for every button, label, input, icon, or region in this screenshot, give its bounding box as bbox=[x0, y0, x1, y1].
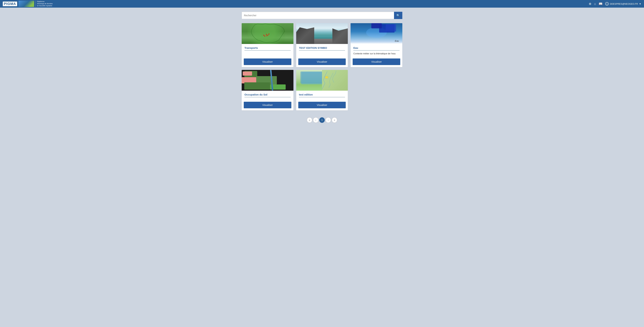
user-email: DDESPRES@NEOGEO.FR bbox=[610, 2, 638, 5]
main-header: PIGMA Plateforme d'échange de données en… bbox=[0, 0, 644, 7]
card-occupation-du-sol-image bbox=[242, 70, 294, 91]
map-marker-rect bbox=[325, 76, 328, 78]
dropdown-icon: ▼ bbox=[639, 2, 641, 5]
visualiser-test-edition-button[interactable]: Visualiser bbox=[298, 102, 346, 108]
occupation-map bbox=[242, 70, 294, 91]
user-avatar-icon: ● bbox=[605, 2, 609, 5]
pagination-current-page[interactable]: 1 bbox=[319, 117, 325, 123]
card-test-edition-body: test edition bbox=[296, 91, 348, 100]
search-bar: 🔍 bbox=[242, 12, 402, 19]
card-transports-image bbox=[242, 23, 294, 44]
main-content: 🔍 Transports bbox=[239, 7, 405, 133]
search-button[interactable]: 🔍 bbox=[394, 12, 402, 19]
pagination-next-button[interactable]: › bbox=[326, 117, 331, 123]
rock-left bbox=[296, 27, 314, 44]
card-test-edition-symbo: TEST EDITION SYMBO Visualiser bbox=[296, 23, 348, 67]
search-input[interactable] bbox=[242, 12, 394, 19]
eau-map-label: Eau bbox=[395, 40, 399, 42]
card-transports-button-wrap: Visualiser bbox=[242, 57, 294, 67]
card-test-edition-symbo-title: TEST EDITION SYMBO bbox=[299, 46, 345, 50]
card-occupation-du-sol-button-wrap: Visualiser bbox=[242, 100, 294, 110]
search-icon: 🔍 bbox=[396, 14, 400, 17]
pagination-prev-button[interactable]: ‹ bbox=[313, 117, 318, 123]
user-menu[interactable]: ● DDESPRES@NEOGEO.FR ▼ bbox=[605, 2, 641, 5]
visualiser-transports-button[interactable]: Visualiser bbox=[244, 58, 291, 65]
home-icon[interactable]: ⌂ bbox=[594, 2, 596, 6]
pagination-first-button[interactable]: « bbox=[307, 117, 312, 123]
rock-right bbox=[332, 28, 348, 44]
blue-patch bbox=[386, 24, 396, 31]
card-occupation-du-sol-body: Occupation du Sol bbox=[242, 91, 294, 100]
logo-pigma-text: PIGMA bbox=[3, 1, 17, 6]
card-eau-button-wrap: Visualiser bbox=[350, 57, 402, 67]
eau-map: Eau bbox=[350, 23, 402, 44]
card-eau: Eau Eau Contexte métier sur la thématiqu… bbox=[350, 23, 402, 67]
visualiser-occupation-du-sol-button[interactable]: Visualiser bbox=[244, 102, 291, 108]
logo-image bbox=[18, 1, 34, 7]
occ-patch-green3 bbox=[244, 82, 270, 90]
card-eau-title: Eau bbox=[353, 46, 400, 50]
card-test-edition-button-wrap: Visualiser bbox=[296, 100, 348, 110]
test-edition-symbo-map bbox=[296, 23, 348, 44]
card-test-edition-symbo-body: TEST EDITION SYMBO bbox=[296, 44, 348, 57]
visualiser-test-edition-symbo-button[interactable]: Visualiser bbox=[298, 58, 346, 65]
card-test-edition-symbo-button-wrap: Visualiser bbox=[296, 57, 348, 67]
cards-grid: Transports Visualiser TEST EDITION SYMBO… bbox=[242, 23, 402, 110]
card-eau-image: Eau bbox=[350, 23, 402, 44]
logo-subtitle: Plateforme d'échange de données en Nouve… bbox=[36, 1, 53, 7]
card-test-edition: test edition Visualiser bbox=[296, 70, 348, 110]
pagination-last-button[interactable]: » bbox=[332, 117, 337, 123]
card-eau-body: Eau Contexte métier sur la thématique de… bbox=[350, 44, 402, 57]
logo-subtitle-line1: Plateforme bbox=[37, 1, 45, 2]
book-icon[interactable]: 📖 bbox=[599, 2, 602, 6]
blue-patch bbox=[371, 23, 382, 28]
pagination: « ‹ 1 › » bbox=[242, 114, 402, 128]
header-actions: ⊕ ⌂ 📖 ● DDESPRES@NEOGEO.FR ▼ bbox=[589, 2, 641, 6]
card-transports: Transports Visualiser bbox=[242, 23, 294, 67]
transports-map-svg bbox=[242, 23, 294, 44]
card-occupation-du-sol: Occupation du Sol Visualiser bbox=[242, 70, 294, 110]
add-icon[interactable]: ⊕ bbox=[589, 2, 591, 6]
card-transports-body: Transports bbox=[242, 44, 294, 57]
logo-subtitle-line3: en Nouvelle-Aquitaine bbox=[37, 5, 52, 6]
logo-subtitle-line2: d'échange de données bbox=[37, 3, 53, 4]
card-occupation-du-sol-title: Occupation du Sol bbox=[244, 93, 291, 97]
occ-patch-pink bbox=[243, 71, 252, 76]
card-test-edition-title: test edition bbox=[299, 93, 345, 97]
logo-container: PIGMA Plateforme d'échange de données en… bbox=[3, 1, 53, 7]
card-test-edition-image bbox=[296, 70, 348, 91]
card-test-edition-symbo-image bbox=[296, 23, 348, 44]
test-edition-map bbox=[296, 70, 348, 91]
card-transports-title: Transports bbox=[244, 46, 291, 50]
transports-map bbox=[242, 23, 294, 44]
card-eau-description: Contexte métier sur la thématique de l'e… bbox=[353, 52, 400, 55]
test-edition-map-svg bbox=[296, 70, 348, 91]
visualiser-eau-button[interactable]: Visualiser bbox=[353, 58, 400, 65]
